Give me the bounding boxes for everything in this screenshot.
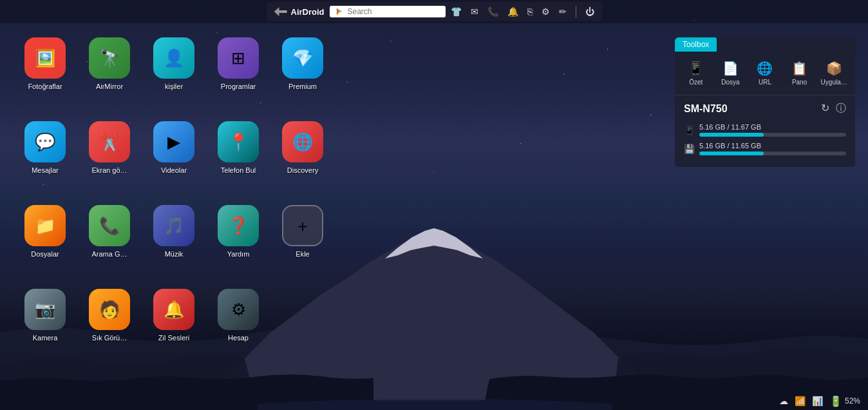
refresh-button[interactable]: ↻ <box>821 102 829 115</box>
storage-bar-container-1: 5.16 GB / 11.65 GB <box>699 142 846 155</box>
app-label-kişiler: kişiler <box>165 83 183 90</box>
storage-bar-container-0: 5.16 GB / 11.67 GB <box>699 123 846 137</box>
toolbox-label-url: URL <box>759 79 771 86</box>
device-info: SM-N750 ↻ ⓘ 📱5.16 GB / 11.67 GB💾5.16 GB … <box>675 95 855 167</box>
app-item-programlar[interactable]: ⊞Programlar <box>206 32 270 116</box>
app-icon-mesajlar: 💬 <box>24 121 66 162</box>
edit-icon[interactable]: ✏ <box>559 6 567 17</box>
storage-icon-1: 💾 <box>684 144 694 154</box>
storage-text-0: 5.16 GB / 11.67 GB <box>699 123 846 131</box>
app-item-airmirror[interactable]: 🔭AirMirror <box>77 32 142 116</box>
app-item-discovery[interactable]: 🌐Discovery <box>270 116 335 200</box>
app-icon-aramagörüntüsü: 📞 <box>89 205 130 246</box>
storage-row-1: 💾5.16 GB / 11.65 GB <box>684 142 846 155</box>
toolbox-label-uygula: Uygula… <box>821 79 847 86</box>
storage-row-0: 📱5.16 GB / 11.67 GB <box>684 123 846 137</box>
app-item-videolar[interactable]: ▶Videolar <box>142 116 206 200</box>
app-icon-sıkgörülen: 🧑 <box>89 289 130 330</box>
storage-bar-0 <box>699 133 846 137</box>
app-item-mesajlar[interactable]: 💬Mesajlar <box>13 116 77 200</box>
storage-icon-0: 📱 <box>684 125 694 135</box>
toolbox-icon-dosya[interactable]: 📄Dosya <box>715 58 747 88</box>
app-label-hesap: Hesap <box>228 334 249 342</box>
toolbox-tab[interactable]: Toolbox <box>675 37 717 52</box>
cloud-icon[interactable]: ☁ <box>779 396 788 406</box>
clipboard-icon[interactable]: ⎘ <box>527 6 533 17</box>
topbar-container: AirDroid 👕 ✉ 📞 🔔 ⎘ ⚙ ✏ ⏻ <box>267 2 602 21</box>
toolbox-symbol-url: 🌐 <box>757 61 773 76</box>
statusbar: ☁ 📶 📊 🔋 52% <box>771 392 868 410</box>
wifi-icon: 📶 <box>795 396 806 406</box>
app-item-fotoğraflar[interactable]: 🖼️Fotoğraflar <box>13 32 77 116</box>
power-icon[interactable]: ⏻ <box>585 6 594 17</box>
app-item-premium[interactable]: 💎Premium <box>270 32 335 116</box>
app-label-ekle: Ekle <box>296 250 309 258</box>
app-icon-ekle: ＋ <box>282 205 323 246</box>
app-icon-airmirror: 🔭 <box>89 37 130 79</box>
app-icon-kamera: 📷 <box>24 289 66 330</box>
device-actions: ↻ ⓘ <box>821 102 846 115</box>
toolbox-label-pano: Pano <box>792 79 807 86</box>
app-item-telefonbul[interactable]: 📍Telefon Bul <box>206 116 270 200</box>
airdroid-logo[interactable]: AirDroid <box>274 7 325 17</box>
app-icon-videolar: ▶ <box>153 121 194 162</box>
bell-icon[interactable]: 🔔 <box>507 6 518 17</box>
app-label-mesajlar: Mesajlar <box>32 166 59 174</box>
storage-rows: 📱5.16 GB / 11.67 GB💾5.16 GB / 11.65 GB <box>684 123 846 155</box>
app-item-kamera[interactable]: 📷Kamera <box>13 284 77 367</box>
app-item-kişiler[interactable]: 👤kişiler <box>142 32 206 116</box>
app-icon-telefonbul: 📍 <box>218 121 259 162</box>
app-label-telefonbul: Telefon Bul <box>221 166 256 174</box>
app-label-dosyalar: Dosyalar <box>31 250 59 258</box>
app-icon-dosyalar: 📁 <box>24 205 66 246</box>
toolbox-symbol-dosya: 📄 <box>722 61 739 76</box>
app-item-müzik[interactable]: 🎵Müzik <box>142 200 206 284</box>
battery-percent: 52% <box>845 396 860 405</box>
storage-bar-1 <box>699 151 846 155</box>
settings-icon[interactable]: ⚙ <box>542 6 550 17</box>
search-bar[interactable] <box>330 6 446 17</box>
app-grid: 🖼️Fotoğraflar🔭AirMirror👤kişiler⊞Programl… <box>13 32 335 367</box>
toolbox-icon-ozet[interactable]: 📱Özet <box>680 58 712 88</box>
logo-arrow-icon <box>274 7 287 16</box>
app-icon-zilsesleri: 🔔 <box>153 289 194 330</box>
app-item-ekle[interactable]: ＋Ekle <box>270 200 335 284</box>
app-item-yardım[interactable]: ❓Yardım <box>206 200 270 284</box>
toolbox-icon-pano[interactable]: 📋Pano <box>784 58 816 88</box>
storage-fill-1 <box>699 151 764 155</box>
app-icon-hesap: ⚙ <box>218 289 259 330</box>
app-label-programlar: Programlar <box>221 83 256 90</box>
search-input[interactable] <box>348 7 431 16</box>
logo-text: AirDroid <box>291 7 325 17</box>
app-label-yardım: Yardım <box>227 250 250 258</box>
toolbox-icon-url[interactable]: 🌐URL <box>749 58 781 88</box>
toolbox-symbol-uygula: 📦 <box>826 61 842 76</box>
app-icon-müzik: 🎵 <box>153 205 194 246</box>
email-icon[interactable]: ✉ <box>471 6 478 17</box>
app-label-müzik: Müzik <box>165 250 184 258</box>
app-icon-yardım: ❓ <box>218 205 259 246</box>
topbar-divider <box>576 6 576 17</box>
app-icon-ekrangörüntüsü: ✂️ <box>89 121 130 162</box>
device-name: SM-N750 <box>684 103 728 115</box>
app-label-ekrangörüntüsü: Ekran gö… <box>91 166 127 174</box>
app-item-ekrangörüntüsü[interactable]: ✂️Ekran gö… <box>77 116 142 200</box>
phone-icon[interactable]: 📞 <box>487 6 498 17</box>
app-label-videolar: Videolar <box>161 166 187 174</box>
toolbox-panel: Toolbox 📱Özet📄Dosya🌐URL📋Pano📦Uygula… SM-… <box>675 37 855 167</box>
app-item-dosyalar[interactable]: 📁Dosyalar <box>13 200 77 284</box>
toolbox-icon-uygula[interactable]: 📦Uygula… <box>818 58 850 88</box>
toolbox-icons-row: 📱Özet📄Dosya🌐URL📋Pano📦Uygula… <box>675 52 855 95</box>
topbar-icons: 👕 ✉ 📞 🔔 ⎘ ⚙ ✏ ⏻ <box>451 6 594 17</box>
app-item-zilsesleri[interactable]: 🔔Zil Sesleri <box>142 284 206 367</box>
storage-text-1: 5.16 GB / 11.65 GB <box>699 142 846 150</box>
shirt-icon[interactable]: 👕 <box>451 6 462 17</box>
app-item-sıkgörülen[interactable]: 🧑Sık Görü… <box>77 284 142 367</box>
app-item-hesap[interactable]: ⚙Hesap <box>206 284 270 367</box>
storage-fill-0 <box>699 133 764 137</box>
app-item-aramagörüntüsü[interactable]: 📞Arama G… <box>77 200 142 284</box>
battery-indicator: 🔋 52% <box>829 395 860 407</box>
toolbox-label-ozet: Özet <box>689 79 703 86</box>
info-button[interactable]: ⓘ <box>836 102 846 115</box>
app-label-fotoğraflar: Fotoğraflar <box>28 83 62 90</box>
